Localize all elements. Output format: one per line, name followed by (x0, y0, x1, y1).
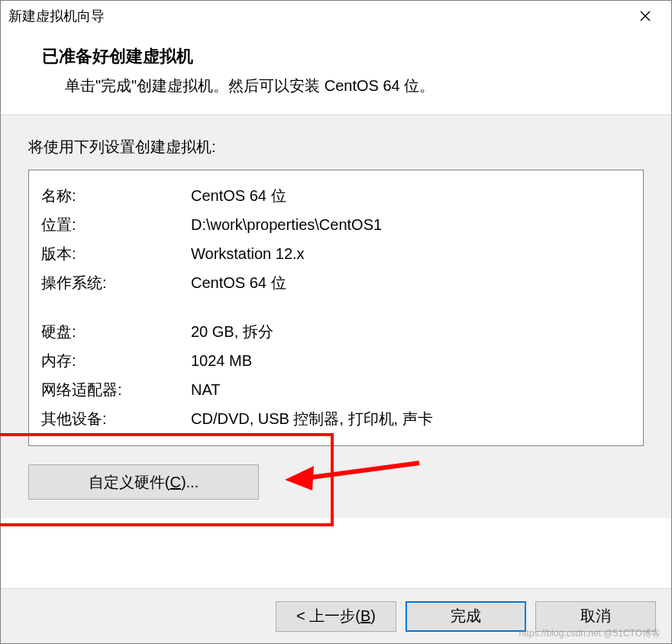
finish-label: 完成 (451, 606, 481, 626)
close-button[interactable] (627, 1, 664, 31)
customize-hardware-button[interactable]: 自定义硬件(C)... (28, 464, 259, 500)
value-name: CentOS 64 位 (191, 183, 631, 208)
row-gap (41, 297, 631, 317)
customize-label-prefix: 自定义硬件( (89, 472, 170, 493)
wizard-window: 新建虚拟机向导 已准备好创建虚拟机 单击"完成"创建虚拟机。然后可以安装 Cen… (0, 0, 672, 644)
window-title: 新建虚拟机向导 (8, 7, 105, 25)
label-version: 版本: (41, 241, 191, 266)
label-memory: 内存: (41, 348, 191, 373)
label-name: 名称: (41, 183, 191, 208)
label-other: 其他设备: (41, 406, 191, 431)
row-disk: 硬盘: 20 GB, 拆分 (41, 317, 631, 346)
back-label-suffix: ) (370, 607, 376, 625)
label-os: 操作系统: (41, 270, 191, 295)
value-memory: 1024 MB (191, 348, 631, 373)
close-icon (640, 11, 651, 21)
titlebar: 新建虚拟机向导 (1, 1, 671, 31)
value-os: CentOS 64 位 (191, 270, 631, 295)
customize-label-key: C (170, 474, 180, 491)
cancel-label: 取消 (580, 606, 611, 626)
customize-hardware-area: 自定义硬件(C)... (28, 464, 644, 500)
footer-area: < 上一步(B) 完成 取消 https://blog.csdn.net @51… (1, 588, 671, 643)
row-other: 其他设备: CD/DVD, USB 控制器, 打印机, 声卡 (41, 404, 631, 433)
wizard-subheading: 单击"完成"创建虚拟机。然后可以安装 CentOS 64 位。 (42, 76, 641, 96)
value-other: CD/DVD, USB 控制器, 打印机, 声卡 (191, 406, 631, 431)
value-network: NAT (191, 377, 631, 402)
back-label-prefix: < 上一步( (296, 606, 360, 626)
row-network: 网络适配器: NAT (41, 375, 631, 404)
back-button[interactable]: < 上一步(B) (276, 601, 396, 632)
intro-text: 将使用下列设置创建虚拟机: (28, 137, 644, 157)
header-area: 已准备好创建虚拟机 单击"完成"创建虚拟机。然后可以安装 CentOS 64 位… (1, 31, 671, 115)
row-name: 名称: CentOS 64 位 (41, 181, 631, 210)
label-network: 网络适配器: (41, 377, 191, 402)
customize-label-suffix: )... (181, 474, 199, 491)
row-location: 位置: D:\work\properties\CentOS1 (41, 210, 631, 239)
cancel-button[interactable]: 取消 (535, 601, 656, 632)
value-disk: 20 GB, 拆分 (191, 319, 631, 344)
label-disk: 硬盘: (41, 319, 191, 344)
row-version: 版本: Workstation 12.x (41, 239, 631, 268)
value-location: D:\work\properties\CentOS1 (191, 212, 631, 237)
body-area: 将使用下列设置创建虚拟机: 名称: CentOS 64 位 位置: D:\wor… (1, 115, 671, 518)
finish-button[interactable]: 完成 (405, 601, 526, 632)
value-version: Workstation 12.x (191, 241, 631, 266)
back-label-key: B (360, 607, 370, 625)
row-memory: 内存: 1024 MB (41, 346, 631, 375)
row-os: 操作系统: CentOS 64 位 (41, 268, 631, 297)
wizard-heading: 已准备好创建虚拟机 (42, 45, 641, 68)
settings-summary-box: 名称: CentOS 64 位 位置: D:\work\properties\C… (28, 170, 644, 446)
label-location: 位置: (41, 212, 191, 237)
